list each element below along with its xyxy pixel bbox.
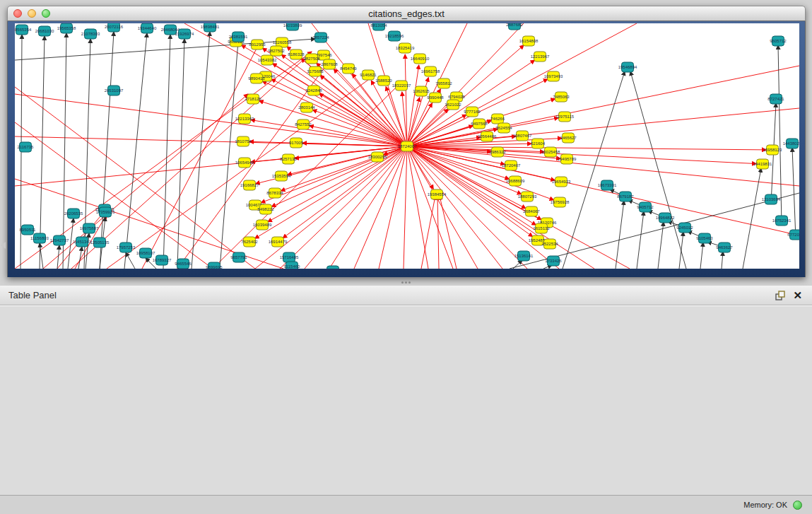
- network-node[interactable]: 10654948: [235, 158, 254, 168]
- network-node[interactable]: 1362615: [413, 86, 430, 96]
- network-node[interactable]: 12975115: [555, 112, 575, 122]
- collapse-left-arrow-icon[interactable]: [1, 242, 6, 249]
- network-node[interactable]: 9777169: [464, 107, 481, 117]
- network-node[interactable]: 10807467: [513, 131, 532, 141]
- network-node[interactable]: 19384554: [428, 189, 447, 199]
- network-node[interactable]: 1465627: [560, 133, 577, 143]
- network-node[interactable]: 7625402: [241, 237, 258, 247]
- network-node[interactable]: 9827502: [268, 46, 285, 56]
- network-node[interactable]: 16789327: [153, 255, 172, 265]
- network-node[interactable]: 11156803: [30, 233, 49, 243]
- network-node[interactable]: 6772021: [787, 230, 799, 240]
- network-node[interactable]: 14419831: [753, 159, 772, 169]
- network-node[interactable]: 10025458: [541, 147, 560, 157]
- network-node[interactable]: 10958107: [136, 248, 155, 258]
- network-node[interactable]: 9827508: [303, 54, 320, 64]
- network-node[interactable]: 2986322: [489, 147, 506, 157]
- network-node[interactable]: 21078303: [81, 29, 100, 39]
- network-node[interactable]: 8727421: [767, 94, 784, 104]
- network-node[interactable]: 16154808: [519, 36, 539, 46]
- network-node[interactable]: 19344640: [138, 23, 157, 33]
- network-node[interactable]: 10964822: [656, 213, 675, 223]
- network-node[interactable]: 19166827: [240, 180, 259, 190]
- network-node[interactable]: 7485063: [553, 92, 570, 102]
- network-node[interactable]: 8679187: [617, 192, 634, 201]
- network-node[interactable]: 9146821: [360, 70, 377, 80]
- network-node[interactable]: 20531097: [105, 86, 124, 95]
- network-node[interactable]: 10752341: [772, 216, 792, 226]
- network-node[interactable]: 2887682: [506, 23, 523, 30]
- network-node[interactable]: 8454749: [340, 64, 357, 74]
- network-node[interactable]: 9990448: [427, 93, 444, 103]
- float-panel-icon[interactable]: [775, 290, 786, 301]
- network-node[interactable]: 18325419: [396, 43, 415, 53]
- network-node[interactable]: 10975887: [80, 223, 99, 233]
- network-node[interactable]: 9242848: [305, 86, 322, 95]
- network-node[interactable]: 19495789: [558, 154, 577, 164]
- network-node[interactable]: 9115460: [284, 262, 301, 269]
- network-node[interactable]: 17957253: [117, 243, 136, 252]
- network-node[interactable]: 9405712: [637, 202, 654, 212]
- network-node[interactable]: 1615132: [533, 223, 550, 233]
- network-node[interactable]: 20681030: [35, 26, 54, 36]
- network-node[interactable]: 621604: [531, 139, 546, 148]
- network-node[interactable]: 14569117: [324, 266, 343, 269]
- network-node[interactable]: 19898481: [201, 23, 220, 32]
- network-node[interactable]: 9657791: [230, 252, 247, 262]
- network-node[interactable]: 10688609: [506, 176, 525, 186]
- network-node[interactable]: 19756928: [551, 197, 570, 207]
- network-node[interactable]: 8813054: [370, 23, 387, 30]
- network-node[interactable]: 9605712: [770, 36, 787, 46]
- network-node[interactable]: 12942737: [50, 235, 69, 245]
- network-node[interactable]: 7955812: [435, 78, 452, 88]
- network-node[interactable]: 15958123: [763, 145, 782, 155]
- network-node[interactable]: 1621022: [445, 100, 461, 110]
- network-node[interactable]: 9890415: [248, 74, 265, 83]
- close-panel-icon[interactable]: ✕: [793, 289, 802, 302]
- network-node[interactable]: 19546894: [618, 62, 637, 72]
- network-node[interactable]: 2718126: [245, 94, 261, 104]
- network-node[interactable]: 14438021: [783, 139, 799, 148]
- network-node[interactable]: 917005: [289, 138, 304, 148]
- network-node[interactable]: 19565358: [57, 23, 76, 33]
- network-node[interactable]: 1588520: [375, 76, 392, 86]
- network-node[interactable]: 19654923: [552, 177, 571, 187]
- network-node[interactable]: 12103694: [762, 194, 781, 204]
- network-node[interactable]: 5498222: [257, 204, 274, 214]
- network-node[interactable]: 20072116: [105, 23, 124, 32]
- network-node[interactable]: 2684067: [523, 206, 540, 216]
- network-node[interactable]: 15353594: [272, 171, 291, 181]
- network-node[interactable]: 15136141: [514, 251, 534, 261]
- network-node[interactable]: 18565354: [15, 25, 32, 35]
- network-node[interactable]: 1810754: [235, 136, 252, 146]
- network-node[interactable]: 2116736: [18, 142, 35, 152]
- network-view[interactable]: 1872400796601238912955122605589827502818…: [15, 23, 799, 269]
- window-titlebar[interactable]: citations_edges.txt: [7, 6, 806, 21]
- network-node[interactable]: 2867608: [321, 59, 338, 69]
- panel-resize-handle[interactable]: [400, 280, 411, 284]
- network-node[interactable]: 7857224: [312, 33, 329, 42]
- network-node[interactable]: 8950511: [20, 225, 37, 235]
- network-node[interactable]: 8257130: [280, 154, 297, 164]
- network-node[interactable]: 20206535: [64, 209, 83, 218]
- network-node[interactable]: 16033809: [283, 23, 302, 30]
- network-node[interactable]: 12213363: [235, 114, 254, 124]
- network-node[interactable]: 9245012: [676, 223, 693, 233]
- network-node[interactable]: 8427552: [295, 119, 312, 129]
- network-node[interactable]: 18322037: [392, 81, 411, 90]
- network-node[interactable]: 12505135: [90, 238, 110, 247]
- network-node[interactable]: 746266: [490, 114, 505, 124]
- network-node[interactable]: 16961758: [421, 66, 440, 76]
- network-node[interactable]: 15716485: [280, 252, 299, 262]
- network-node[interactable]: 8912955: [249, 40, 266, 49]
- network-node[interactable]: 8678334: [266, 188, 283, 198]
- network-canvas[interactable]: 1872400796601238912955122605589827502818…: [15, 23, 799, 269]
- network-node[interactable]: 3175685: [307, 66, 324, 76]
- network-node[interactable]: 16640910: [411, 54, 430, 64]
- network-node[interactable]: 6497568: [471, 119, 488, 129]
- network-node[interactable]: 16914479: [269, 237, 288, 247]
- network-node[interactable]: 8186328: [288, 49, 305, 59]
- network-node[interactable]: 12213967: [531, 52, 550, 62]
- network-node[interactable]: 9463627: [716, 243, 733, 252]
- network-node[interactable]: 2803144: [298, 103, 315, 112]
